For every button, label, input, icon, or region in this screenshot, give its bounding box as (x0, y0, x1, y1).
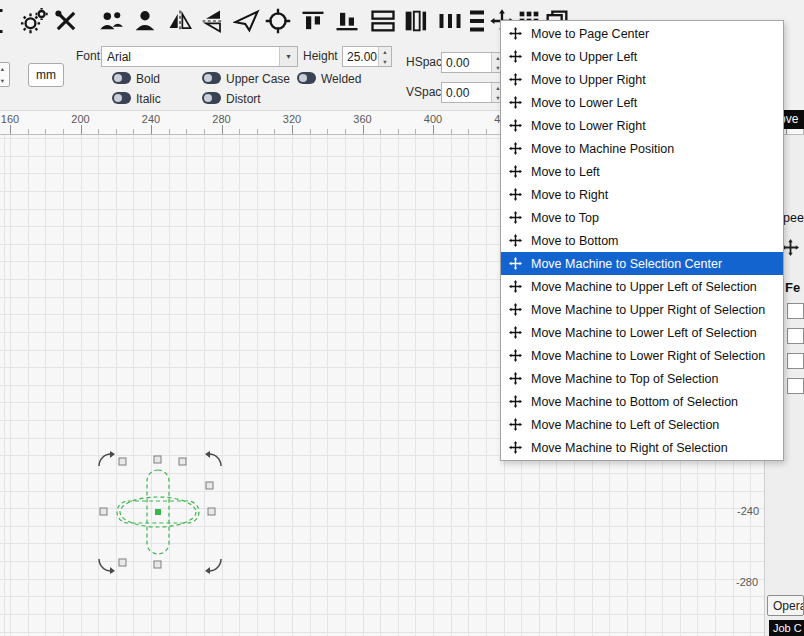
menu-item-label: Move to Lower Left (531, 96, 637, 110)
panel-input[interactable] (787, 328, 804, 344)
height-label: Height (303, 49, 338, 63)
menu-item-label: Move to Right (531, 188, 608, 202)
feed-label: Fe (785, 280, 800, 295)
move-to-page-center-icon (509, 27, 522, 40)
panel-input[interactable] (787, 353, 804, 369)
menu-item-label: Move to Bottom (531, 234, 619, 248)
menu-item[interactable]: Move Machine to Right of Selection (501, 436, 783, 459)
move-to-lower-left-icon (509, 96, 522, 109)
send-laser-icon[interactable] (233, 7, 261, 35)
jog-crosshair-icon[interactable] (782, 239, 799, 260)
chevron-down-icon[interactable]: ▾ (279, 47, 297, 66)
move-to-left-icon (509, 165, 522, 178)
job-control-tab[interactable]: Job C (769, 620, 804, 636)
space-vertical-icon[interactable] (463, 7, 491, 35)
vertical-ruler-label: -280 (736, 576, 758, 588)
dock-left-icon[interactable] (0, 7, 20, 35)
frame-crosshair-icon[interactable] (264, 7, 292, 35)
align-bottom-icon[interactable] (333, 7, 361, 35)
upper-case-toggle[interactable] (202, 72, 221, 84)
font-family-select[interactable]: Arial ▾ (101, 46, 298, 67)
move-machine-bottom-icon (509, 395, 522, 408)
font-label: Font (76, 49, 100, 63)
align-top-icon[interactable] (299, 7, 327, 35)
bold-toggle-label: Bold (136, 72, 160, 86)
mirror-vertical-icon[interactable] (166, 7, 194, 35)
ruler-tick-label: 240 (142, 113, 160, 125)
menu-item[interactable]: Move to Lower Left (501, 91, 783, 114)
units-button[interactable]: mm (28, 63, 64, 87)
vspace-spinner[interactable]: 0.00 ▴▾ (441, 82, 505, 103)
height-spinner[interactable]: 25.00 ▴▾ (342, 46, 392, 67)
panel-input[interactable] (787, 378, 804, 394)
move-menu: Move to Page CenterMove to Upper LeftMov… (500, 20, 784, 461)
menu-item-label: Move to Page Center (531, 27, 649, 41)
move-machine-lower-left-icon (509, 326, 522, 339)
menu-item-label: Move Machine to Upper Left of Selection (531, 280, 757, 294)
mirror-horizontal-icon[interactable] (199, 7, 227, 35)
menu-item[interactable]: Move Machine to Selection Center (501, 252, 783, 275)
menu-item[interactable]: Move to Machine Position (501, 137, 783, 160)
menu-item[interactable]: Move to Upper Right (501, 68, 783, 91)
app-window: ▴▾ mm Font Arial ▾ Height 25.00 ▴▾ HSpac… (0, 0, 804, 636)
panel-input[interactable] (787, 303, 804, 319)
welded-toggle-label: Welded (321, 72, 361, 86)
welded-toggle[interactable] (297, 72, 316, 84)
ruler-tick-label: 400 (424, 113, 442, 125)
upper-case-toggle-label: Upper Case (226, 72, 290, 86)
selection-overlay[interactable] (95, 450, 225, 575)
menu-item[interactable]: Move Machine to Upper Right of Selection (501, 298, 783, 321)
menu-item-label: Move Machine to Lower Right of Selection (531, 349, 765, 363)
menu-item-label: Move Machine to Top of Selection (531, 372, 718, 386)
menu-item[interactable]: Move Machine to Top of Selection (501, 367, 783, 390)
menu-item[interactable]: Move Machine to Lower Right of Selection (501, 344, 783, 367)
move-to-bottom-icon (509, 234, 522, 247)
menu-item-label: Move Machine to Right of Selection (531, 441, 728, 455)
ruler-tick-label: 320 (283, 113, 301, 125)
hspace-spinner[interactable]: 0.00 ▴▾ (441, 52, 505, 73)
height-spinner-arrows[interactable]: ▴▾ (378, 47, 391, 66)
unit-spinner[interactable]: ▴▾ (0, 62, 10, 87)
move-to-right-icon (509, 188, 522, 201)
menu-item[interactable]: Move Machine to Lower Left of Selection (501, 321, 783, 344)
person-icon[interactable] (131, 7, 159, 35)
space-horizontal-icon[interactable] (436, 7, 464, 35)
move-machine-left-icon (509, 418, 522, 431)
ruler-tick-label: 360 (353, 113, 371, 125)
menu-item[interactable]: Move Machine to Bottom of Selection (501, 390, 783, 413)
operations-button[interactable]: Opera (767, 595, 804, 616)
vertical-ruler-label: -240 (737, 505, 759, 517)
menu-item[interactable]: Move to Page Center (501, 22, 783, 45)
move-machine-upper-left-icon (509, 280, 522, 293)
group-icon[interactable] (98, 7, 126, 35)
distribute-vertical-icon[interactable] (401, 7, 429, 35)
menu-item[interactable]: Move Machine to Left of Selection (501, 413, 783, 436)
italic-toggle-label: Italic (136, 92, 161, 106)
menu-item[interactable]: Move to Bottom (501, 229, 783, 252)
move-machine-top-icon (509, 372, 522, 385)
menu-item[interactable]: Move to Top (501, 206, 783, 229)
menu-item[interactable]: Move to Upper Left (501, 45, 783, 68)
distort-toggle-label: Distort (226, 92, 261, 106)
ruler-tick-label: 280 (212, 113, 230, 125)
move-to-upper-left-icon (509, 50, 522, 63)
menu-item[interactable]: Move to Right (501, 183, 783, 206)
ruler-tick-label: 160 (1, 113, 19, 125)
italic-toggle[interactable] (112, 92, 131, 104)
machine-settings-icon[interactable] (20, 7, 48, 35)
menu-item[interactable]: Move to Left (501, 160, 783, 183)
bold-toggle[interactable] (112, 72, 131, 84)
tools-icon[interactable] (52, 7, 80, 35)
move-to-upper-right-icon (509, 73, 522, 86)
menu-item-label: Move to Machine Position (531, 142, 674, 156)
menu-item[interactable]: Move Machine to Upper Left of Selection (501, 275, 783, 298)
menu-item-label: Move to Upper Right (531, 73, 646, 87)
menu-item-label: Move to Lower Right (531, 119, 646, 133)
height-value: 25.00 (343, 47, 378, 66)
menu-item-label: Move Machine to Lower Left of Selection (531, 326, 757, 340)
speed-label: peed (783, 211, 804, 225)
menu-item[interactable]: Move to Lower Right (501, 114, 783, 137)
distribute-horizontal-icon[interactable] (369, 7, 397, 35)
distort-toggle[interactable] (202, 92, 221, 104)
menu-item-label: Move Machine to Left of Selection (531, 418, 719, 432)
